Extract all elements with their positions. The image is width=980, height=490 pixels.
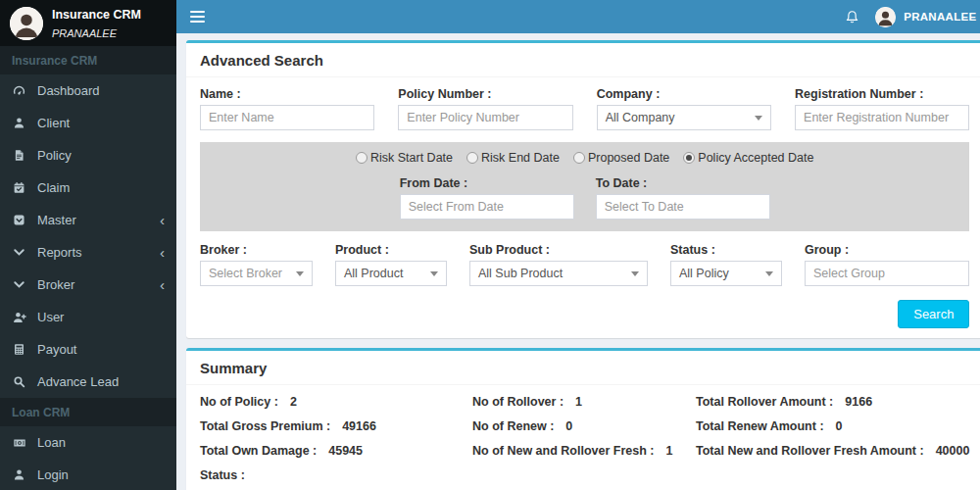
stat-label: No of New and Rollover Fresh : [472, 444, 654, 458]
name-label: Name : [200, 87, 374, 101]
stat-value: 45945 [328, 444, 363, 458]
summary-stat: Total Own Damage :45945 [200, 444, 472, 458]
app-window: Insurance CRM PRANAALEE Insurance CRM Da… [0, 0, 980, 490]
sub-product-label: Sub Product : [469, 243, 648, 257]
company-label: Company : [597, 87, 771, 101]
brand-avatar [10, 7, 43, 40]
stat-label: No of Renew : [472, 419, 554, 433]
sidebar-item-payout[interactable]: Payout [0, 333, 176, 366]
topbar-username: PRANAALEE [904, 11, 976, 23]
summary-stat: Total New and Rollover Fresh Amount :400… [696, 444, 969, 458]
stat-value: 1 [665, 444, 672, 458]
bell-icon[interactable] [845, 10, 859, 24]
broker-select[interactable]: Select Broker [200, 261, 313, 286]
sidebar-item-client[interactable]: Client [0, 107, 176, 139]
product-select[interactable]: All Product [335, 261, 447, 286]
sidebar-item-label: Login [37, 467, 69, 482]
stat-label: Total Gross Premium : [200, 419, 330, 433]
calculator-icon [12, 342, 26, 357]
radio-circle-icon [573, 152, 585, 164]
company-select-value: All Company [606, 111, 675, 124]
caret-down-icon [765, 271, 773, 276]
stat-value: 40000 [936, 444, 970, 458]
user-icon [12, 116, 26, 130]
summary-panel: Summary No of Policy :2 Total Gross Prem… [186, 348, 980, 490]
company-select[interactable]: All Company [597, 105, 771, 130]
radio-label: Proposed Date [588, 151, 669, 165]
search-button[interactable]: Search [898, 300, 969, 328]
to-date-input[interactable] [596, 194, 770, 220]
product-label: Product : [335, 243, 447, 257]
radio-label: Risk Start Date [370, 151, 453, 165]
from-date-input[interactable] [400, 194, 574, 220]
sidebar-item-label: Reports [37, 245, 82, 260]
summary-stat: Total Renew Amount :0 [696, 419, 969, 433]
group-input[interactable] [805, 261, 969, 286]
chevron-down-icon [12, 277, 26, 292]
radio-proposed-date[interactable]: Proposed Date [573, 151, 669, 165]
sidebar-item-label: Master [37, 213, 76, 227]
caret-down-icon [296, 271, 304, 276]
sidebar-item-label: Dashboard [37, 83, 100, 98]
status-label: Status : [670, 243, 782, 257]
summary-stat: Total Rollover Amount :9166 [696, 395, 969, 409]
summary-title: Summary [186, 351, 980, 385]
to-date-label: To Date : [596, 176, 770, 190]
summary-stat: Status : [200, 468, 472, 482]
summary-stat: Total Gross Premium :49166 [200, 419, 472, 433]
sidebar-item-label: Loan [37, 435, 66, 450]
sidebar-section-insurance-crm: Insurance CRM [0, 46, 176, 74]
sidebar-item-reports[interactable]: Reports ‹ [0, 236, 176, 269]
stat-value: 9166 [845, 395, 872, 409]
sidebar-item-label: Policy [37, 148, 72, 163]
radio-risk-end-date[interactable]: Risk End Date [466, 151, 560, 165]
page-content: Advanced Search Name : Policy Number : C… [176, 33, 980, 490]
sidebar-item-label: Claim [37, 180, 70, 195]
brand-title: Insurance CRM [52, 8, 141, 22]
registration-number-input[interactable] [795, 105, 969, 130]
stat-label: No of Policy : [200, 395, 278, 409]
sub-product-select[interactable]: All Sub Product [469, 261, 648, 286]
main-area: PRANAALEE Advanced Search Name : Policy … [176, 0, 980, 490]
search-icon [12, 374, 26, 389]
advanced-search-panel: Advanced Search Name : Policy Number : C… [186, 40, 980, 338]
policy-number-input[interactable] [398, 105, 572, 130]
stat-label: Total Own Damage : [200, 444, 317, 458]
sidebar-item-loan[interactable]: Loan [0, 426, 176, 459]
sidebar-item-policy[interactable]: Policy [0, 139, 176, 172]
status-select[interactable]: All Policy [670, 261, 782, 286]
stat-label: No of Rollover : [472, 395, 564, 409]
sidebar-item-broker[interactable]: Broker ‹ [0, 269, 176, 301]
stat-label: Total New and Rollover Fresh Amount : [696, 444, 924, 458]
sub-product-select-value: All Sub Product [478, 267, 563, 280]
summary-column-3: Total Rollover Amount :9166 Total Renew … [696, 395, 969, 468]
hamburger-menu-icon[interactable] [188, 7, 207, 27]
sidebar-item-dashboard[interactable]: Dashboard [0, 74, 176, 107]
user-icon [12, 467, 26, 482]
sidebar-item-login[interactable]: Login [0, 459, 176, 490]
radio-label: Policy Accepted Date [698, 151, 813, 165]
radio-risk-start-date[interactable]: Risk Start Date [356, 151, 453, 165]
radio-circle-icon [356, 152, 368, 164]
caret-square-down-icon [12, 213, 26, 227]
status-select-value: All Policy [679, 267, 729, 280]
stat-value: 0 [836, 419, 843, 433]
radio-policy-accepted-date[interactable]: Policy Accepted Date [683, 151, 813, 165]
advanced-search-title: Advanced Search [186, 43, 980, 77]
summary-column-1: No of Policy :2 Total Gross Premium :491… [200, 395, 472, 490]
user-menu[interactable]: PRANAALEE [875, 7, 976, 27]
radio-circle-checked-icon [683, 152, 695, 164]
calendar-check-icon [12, 180, 26, 195]
sidebar-item-label: Broker [37, 277, 74, 292]
stat-value: 49166 [342, 419, 376, 433]
sidebar-item-advance-lead[interactable]: Advance Lead [0, 366, 176, 398]
brand-header[interactable]: Insurance CRM PRANAALEE [0, 0, 176, 46]
name-input[interactable] [200, 105, 374, 130]
sidebar-item-user[interactable]: User [0, 301, 176, 333]
sidebar-item-claim[interactable]: Claim [0, 172, 176, 204]
topbar: PRANAALEE [176, 0, 980, 33]
sidebar-section-loan-crm: Loan CRM [0, 398, 176, 426]
radio-circle-icon [466, 152, 478, 164]
sidebar-item-master[interactable]: Master ‹ [0, 204, 176, 236]
stat-value: 1 [575, 395, 582, 409]
